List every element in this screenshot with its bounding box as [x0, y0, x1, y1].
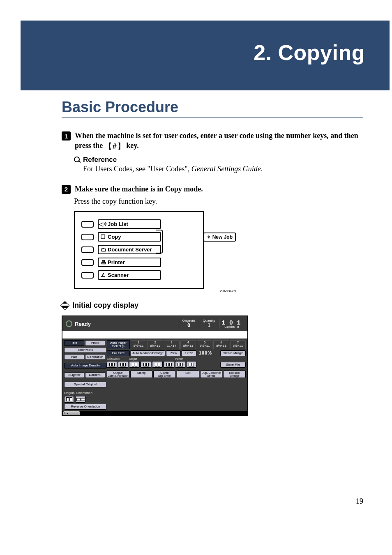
reference-body: For Users Codes, see "User Codes", Gener…	[83, 165, 363, 173]
lcd-footer-tab: 2 ◄	[63, 411, 80, 415]
printer-icon: 🖶	[100, 260, 106, 265]
lcd-footer: 2 ◄	[62, 411, 247, 415]
magnify-icon	[74, 157, 81, 163]
scanner-icon: ∠	[100, 272, 106, 278]
status-led-icon	[81, 234, 94, 240]
lcd-auto-reduce-btn: Auto Reduce/Enlarge	[131, 350, 165, 356]
lcd-photo-btn: Photo	[85, 340, 105, 346]
lcd-reduce-btn: Reduce/ Enlarge	[223, 371, 246, 378]
lcd-tray-4: 48½×11	[180, 340, 196, 349]
page-number: 19	[356, 497, 363, 506]
lcd-tray-7: 78½×11	[230, 340, 246, 349]
lcd-sort-label: Sort/Stack	[107, 357, 128, 360]
step-2: 2 Make sure the machine is in Copy mode.	[62, 184, 363, 194]
lcd-punch-label: Punch	[175, 357, 196, 360]
lcd-auto-density-btn: Auto Image Density	[64, 363, 107, 368]
staple-icon	[129, 361, 140, 368]
initial-copy-heading: Initial copy display	[62, 301, 363, 310]
copier-lcd-figure: Ready Originals 0 Quantity 1 1 0 1 Copie	[62, 315, 248, 416]
status-led-icon	[81, 221, 94, 228]
step-number-icon: 2	[62, 185, 71, 194]
step-2-sub: Press the copy function key.	[74, 196, 363, 206]
reference-heading: Reference	[74, 156, 363, 164]
doc-server-button: 🗀 Document Server	[98, 245, 161, 254]
lcd-tray-1: 18½×11	[131, 340, 146, 349]
step-1: 1 When the machine is set for user codes…	[62, 131, 363, 151]
punch-icon	[175, 361, 185, 368]
lcd-129pct-btn: 129%	[182, 350, 196, 356]
doc-server-icon: 🗀	[100, 247, 106, 253]
copy-icon: ❐	[100, 234, 106, 240]
lcd-lighter-btn: ◁Lighter	[64, 372, 84, 378]
staple-icon	[152, 361, 163, 368]
lcd-textphoto-btn: Text/Photo	[64, 347, 107, 353]
lcd-full-size-btn: Full Size	[107, 350, 130, 356]
quantity-counter: Quantity 1	[199, 319, 219, 329]
step-2-text: Make sure the machine is in Copy mode.	[75, 184, 203, 194]
status-led-icon	[81, 272, 94, 279]
sort-icon	[107, 361, 117, 368]
orientation-portrait-icon	[64, 396, 74, 403]
hash-key-icon: 【#】	[105, 143, 125, 150]
lcd-tray-6: 68½×11	[213, 340, 229, 349]
section-title: Basic Procedure	[62, 99, 363, 116]
copy-button: ❐ Copy	[98, 232, 161, 242]
lcd-auto-paper-btn: Auto Paper Select ▷	[107, 340, 130, 349]
lcd-73pct-btn: 73%	[166, 350, 181, 356]
lcd-dup-btn: Dup./Combine/ Series	[200, 371, 223, 378]
lcd-special-original-btn: Special Original	[64, 382, 107, 387]
lcd-tray-3: 311×17	[164, 340, 180, 349]
printer-button: 🖶 Printer	[98, 258, 161, 267]
lcd-tray-5: 58½×11	[197, 340, 212, 349]
lcd-output-btn: Output/ Cstmz. Function	[107, 371, 129, 378]
orientation-landscape-icon	[76, 396, 85, 403]
stack-icon	[118, 361, 128, 368]
lcd-message-bar	[62, 331, 247, 339]
lcd-stamp-btn: Stamp	[130, 371, 153, 378]
lcd-pale-btn: Pale	[64, 354, 84, 360]
scanner-button: ∠ Scanner	[98, 270, 161, 280]
step-1-text: When the machine is set for user codes, …	[75, 131, 363, 151]
ready-status: Ready	[66, 320, 179, 327]
lcd-cover-btn: Cover/ Slip Sheet	[153, 371, 176, 378]
status-led-icon	[81, 246, 94, 253]
lcd-reverse-orientation-btn: Reverse Orientation	[64, 404, 107, 410]
lcd-text-btn: Text	[64, 340, 84, 346]
staple-icon	[164, 361, 174, 368]
new-job-button: ✧ New Job	[203, 233, 236, 242]
lcd-staple-label: Staple	[129, 357, 174, 360]
figure-code: ZJAS342N	[220, 289, 236, 293]
chapter-banner: 2. Copying	[21, 21, 390, 94]
lcd-100pct-label: 100%	[197, 350, 214, 356]
lcd-create-margin-btn: Create Margin	[220, 350, 246, 356]
copies-counter: 1 0 1 Copies 0	[219, 319, 244, 329]
lcd-store-file-btn: Store File	[220, 362, 246, 368]
originals-counter: Originals 0	[179, 319, 199, 329]
function-keys-figure: ✧ New Job ◁✧ Job List ❐ Copy	[74, 211, 204, 289]
interrupt-icon: ✧	[207, 234, 211, 240]
step-number-icon: 1	[62, 131, 71, 140]
lcd-darker-btn: Darker▷	[85, 372, 105, 378]
ready-led-icon	[66, 320, 72, 327]
diamond-bullet-icon	[60, 301, 70, 310]
punch-icon	[186, 361, 196, 368]
job-list-icon: ◁✧	[100, 221, 106, 227]
lcd-tray-2: 28½×11	[147, 340, 163, 349]
staple-icon	[141, 361, 151, 368]
job-list-button: ◁✧ Job List	[98, 219, 161, 229]
lcd-edit-btn: Edit	[177, 371, 199, 378]
lcd-orig-orientation-label: Original Orientation	[64, 391, 105, 395]
chapter-title: 2. Copying	[254, 40, 365, 65]
section-rule	[62, 117, 363, 118]
lcd-generation-btn: Generation	[85, 354, 105, 360]
status-led-icon	[81, 259, 94, 266]
